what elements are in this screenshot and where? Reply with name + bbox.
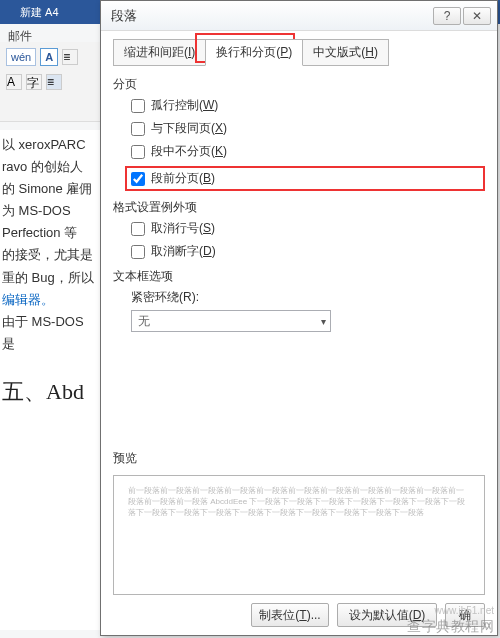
section-preview: 预览 — [113, 450, 485, 467]
tabs-button[interactable]: 制表位(T)... — [251, 603, 329, 627]
checkbox-page-break-before[interactable]: 段前分页(B) — [131, 170, 477, 187]
checkbox-input[interactable] — [131, 245, 145, 259]
checkbox-input[interactable] — [131, 122, 145, 136]
tight-wrap-dropdown[interactable]: 无 ▾ — [131, 310, 331, 332]
preview-box: 前一段落前一段落前一段落前一段落前一段落前一段落前一段落前一段落前一段落前一段落… — [113, 475, 485, 595]
dropdown-value: 无 — [138, 313, 150, 330]
dialog-tabs: 缩进和间距(I) 换行和分页(P) 中文版式(H) — [113, 39, 485, 66]
doc-line: 编辑器。 — [2, 289, 98, 311]
dialog-title: 段落 — [111, 7, 137, 25]
doc-line: 以 xeroxPARC — [2, 134, 98, 156]
document-body: 以 xeroxPARC ravo 的创始人 的 Simone 雇佣 为 MS-D… — [0, 130, 100, 630]
doc-line: 重的 Bug，所以 — [2, 267, 98, 289]
highlight-annotation: 段前分页(B) — [125, 166, 485, 191]
checkbox-input[interactable] — [131, 172, 145, 186]
tab-indent-spacing[interactable]: 缩进和间距(I) — [113, 39, 206, 66]
tight-wrap-label: 紧密环绕(R): — [113, 289, 485, 306]
close-button[interactable]: ✕ — [463, 7, 491, 25]
align-icon[interactable]: ≡ — [46, 74, 62, 90]
doc-heading: 五、Abd — [2, 373, 98, 410]
checkbox-input[interactable] — [131, 99, 145, 113]
doc-line: 为 MS-DOS — [2, 200, 98, 222]
doc-line: 的 Simone 雇佣 — [2, 178, 98, 200]
checkbox-keep-lines-together[interactable]: 段中不分页(K) — [131, 143, 485, 160]
tab-asian-typography[interactable]: 中文版式(H) — [302, 39, 389, 66]
paragraph-dialog: 段落 ? ✕ 缩进和间距(I) 换行和分页(P) 中文版式(H) 分页 孤行控制… — [100, 0, 498, 636]
section-pagination: 分页 — [113, 76, 485, 93]
checkbox-widow-orphan[interactable]: 孤行控制(W) — [131, 97, 485, 114]
doc-line: Perfection 等 — [2, 222, 98, 244]
bullets-icon[interactable]: ≡ — [62, 49, 78, 65]
section-format-exceptions: 格式设置例外项 — [113, 199, 485, 216]
highlight-icon[interactable]: A — [6, 74, 22, 90]
phonetic-guide-button[interactable]: wén — [6, 48, 36, 66]
char-border-button[interactable]: A — [40, 48, 58, 66]
help-button[interactable]: ? — [433, 7, 461, 25]
doc-line: 的接受，尤其是 — [2, 244, 98, 266]
checkbox-keep-with-next[interactable]: 与下段同页(X) — [131, 120, 485, 137]
dialog-titlebar: 段落 ? ✕ — [101, 1, 497, 31]
checkbox-no-hyphenation[interactable]: 取消断字(D) — [131, 243, 485, 260]
doc-line: 由于 MS-DOS 是 — [2, 311, 98, 355]
doc-line: ravo 的创始人 — [2, 156, 98, 178]
enclose-char-icon[interactable]: 字 — [26, 74, 42, 90]
checkbox-input[interactable] — [131, 222, 145, 236]
checkbox-suppress-line-numbers[interactable]: 取消行号(S) — [131, 220, 485, 237]
ribbon-body: wén A ≡ A 字 ≡ — [0, 42, 100, 122]
watermark-url: www.jb51.net — [435, 605, 494, 616]
chevron-down-icon: ▾ — [321, 316, 326, 327]
checkbox-input[interactable] — [131, 145, 145, 159]
set-default-button[interactable]: 设为默认值(D) — [337, 603, 437, 627]
doc-title: 新建 A4 — [20, 5, 59, 20]
section-textbox-options: 文本框选项 — [113, 268, 485, 285]
tab-line-page-breaks[interactable]: 换行和分页(P) — [205, 39, 303, 66]
